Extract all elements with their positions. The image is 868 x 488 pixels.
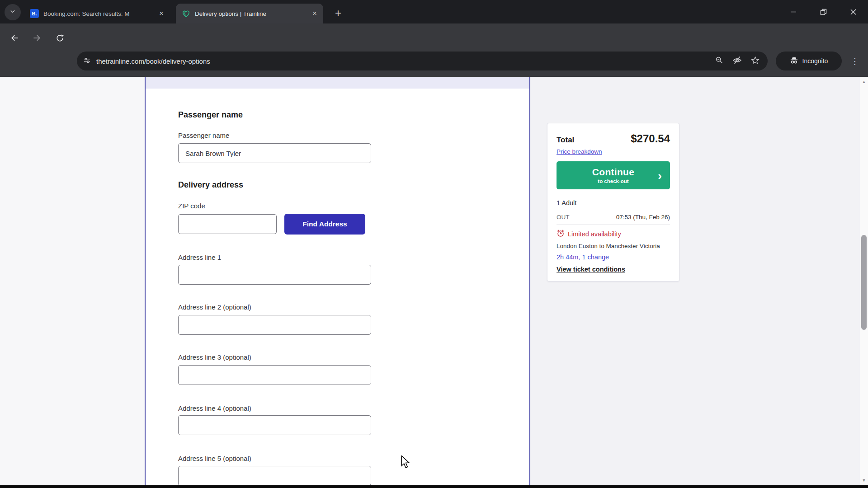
address-bar[interactable]: thetrainline.com/book/delivery-options: [77, 52, 768, 70]
route-text: London Euston to Manchester Victoria: [557, 243, 670, 249]
outbound-datetime: 07:53 (Thu, Feb 26): [616, 214, 670, 221]
back-button[interactable]: [6, 29, 24, 47]
tab-close-icon[interactable]: ×: [311, 9, 318, 18]
scroll-up-icon[interactable]: ▲: [860, 78, 868, 86]
address-line-2-input[interactable]: [178, 315, 371, 335]
mouse-cursor: [400, 455, 411, 471]
tab-title: Booking.com: Search results: M: [43, 10, 154, 17]
card-divider: [557, 225, 670, 225]
address-line-3-input[interactable]: [178, 365, 371, 385]
price-breakdown-link[interactable]: Price breakdown: [557, 148, 602, 155]
site-settings-icon[interactable]: [83, 56, 91, 66]
continue-label: Continue: [557, 167, 670, 178]
delivery-section-heading: Delivery address: [178, 180, 243, 190]
restore-button[interactable]: [808, 0, 838, 23]
address-line-3-label: Address line 3 (optional): [178, 353, 251, 361]
tab-trainline[interactable]: Delivery options | Trainline ×: [176, 4, 323, 23]
window-controls: [778, 0, 868, 23]
browser-menu-icon[interactable]: ⋮: [848, 52, 862, 70]
passenger-section-heading: Passenger name: [178, 110, 243, 120]
close-window-button[interactable]: [838, 0, 868, 23]
total-label: Total: [557, 136, 574, 145]
address-line-1-input[interactable]: [178, 265, 371, 285]
journey-details-link[interactable]: 2h 44m, 1 change: [557, 253, 609, 261]
bookmark-star-icon[interactable]: [751, 56, 760, 66]
forward-button[interactable]: [28, 29, 46, 47]
address-line-5-label: Address line 5 (optional): [178, 455, 251, 462]
reload-button[interactable]: [51, 29, 69, 47]
incognito-badge: Incognito: [776, 52, 842, 70]
outbound-label: OUT: [557, 214, 570, 221]
window-bottom-edge: [0, 485, 868, 488]
continue-button[interactable]: Continue to check-out ›: [557, 161, 670, 189]
delivery-form-panel: Passenger name Passenger name Delivery a…: [145, 77, 530, 485]
minimize-button[interactable]: [778, 0, 808, 23]
tab-booking[interactable]: B. Booking.com: Search results: M ×: [24, 4, 170, 23]
passenger-count: 1 Adult: [557, 199, 670, 206]
booking-summary-card: Total $270.54 Price breakdown Continue t…: [547, 123, 679, 282]
scrollbar-thumb[interactable]: [861, 235, 867, 330]
tab-search-button[interactable]: [5, 4, 21, 20]
tab-close-icon[interactable]: ×: [158, 9, 165, 18]
total-value: $270.54: [631, 132, 670, 145]
scroll-down-icon[interactable]: ▼: [860, 476, 868, 484]
url-text[interactable]: thetrainline.com/book/delivery-options: [96, 57, 710, 65]
trainline-favicon: [181, 9, 190, 18]
chevron-right-icon: ›: [658, 169, 662, 183]
preview-eye-off-icon[interactable]: [732, 56, 742, 67]
passenger-name-input[interactable]: [178, 143, 371, 163]
ticket-conditions-link[interactable]: View ticket conditions: [557, 266, 670, 273]
tab-strip: B. Booking.com: Search results: M × Deli…: [0, 0, 868, 23]
page-content: Passenger name Passenger name Delivery a…: [0, 77, 868, 485]
omnibox-actions: [715, 56, 761, 67]
address-line-5-input[interactable]: [178, 466, 371, 486]
zip-code-label: ZIP code: [178, 202, 205, 210]
incognito-icon: [790, 56, 798, 66]
panel-top-strip: [146, 77, 529, 89]
address-line-1-label: Address line 1: [178, 253, 221, 261]
availability-warning: Limited availability: [568, 230, 621, 238]
browser-toolbar: thetrainline.com/book/delivery-options: [0, 23, 868, 77]
find-address-button[interactable]: Find Address: [284, 214, 365, 235]
alarm-clock-icon: [557, 229, 565, 239]
page-left-gutter: [0, 77, 145, 485]
address-line-4-label: Address line 4 (optional): [178, 404, 251, 412]
tab-title: Delivery options | Trainline: [195, 10, 307, 17]
new-tab-button[interactable]: +: [330, 5, 346, 21]
browser-window: B. Booking.com: Search results: M × Deli…: [0, 0, 868, 488]
chevron-down-icon: [9, 8, 16, 16]
address-line-4-input[interactable]: [178, 415, 371, 435]
address-line-2-label: Address line 2 (optional): [178, 303, 251, 311]
zip-code-input[interactable]: [178, 214, 277, 234]
incognito-label: Incognito: [802, 57, 828, 65]
booking-favicon: B.: [30, 9, 39, 18]
vertical-scrollbar[interactable]: ▲ ▼: [860, 77, 868, 485]
passenger-name-label: Passenger name: [178, 131, 229, 139]
zoom-search-icon[interactable]: [715, 56, 723, 66]
continue-sublabel: to check-out: [557, 178, 670, 184]
